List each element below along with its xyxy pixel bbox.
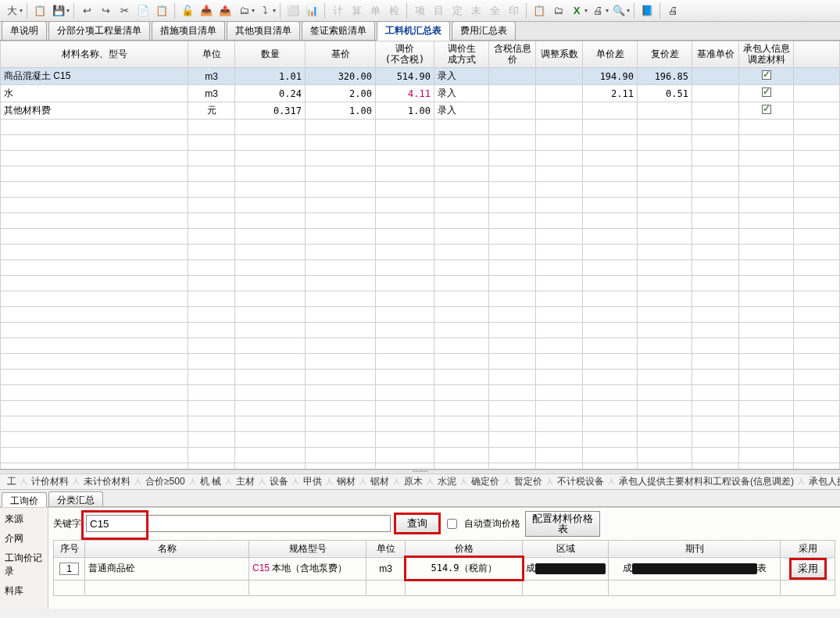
tb-open[interactable]: 📋: [31, 2, 48, 20]
tb-import[interactable]: 📥: [198, 2, 215, 20]
hdr-tax[interactable]: 含税信息 价: [489, 41, 536, 68]
tab-desc[interactable]: 单说明: [2, 21, 47, 40]
table-row[interactable]: [1, 370, 840, 385]
tb-folder[interactable]: 🗂: [235, 2, 252, 20]
table-row[interactable]: [1, 385, 840, 401]
table-row[interactable]: [1, 416, 840, 432]
table-row[interactable]: [1, 229, 840, 245]
tb-printer[interactable]: 🖨: [664, 2, 681, 20]
rh-use[interactable]: 采用: [781, 540, 835, 557]
table-row[interactable]: [1, 432, 840, 448]
hdr-d1[interactable]: 单价差: [583, 41, 638, 68]
table-row[interactable]: [1, 151, 840, 166]
filter-tab[interactable]: 未计价材料: [80, 474, 134, 489]
result-grid[interactable]: 序号 名称 规格型号 单位 价格 区域 期刊 采用 1 普通商品砼 C15 本地…: [53, 540, 835, 596]
tb-help[interactable]: 📘: [638, 2, 656, 20]
side-source[interactable]: 来源: [0, 509, 48, 529]
filter-tab[interactable]: 确定价: [467, 474, 503, 489]
tb-undo[interactable]: ↩: [78, 2, 95, 20]
filter-tab[interactable]: 机 械: [196, 474, 225, 489]
filter-tab[interactable]: 原木: [400, 474, 427, 489]
table-row[interactable]: [1, 276, 840, 291]
table-row[interactable]: [1, 260, 840, 276]
rh-unit[interactable]: 单位: [366, 540, 406, 557]
tab-other[interactable]: 其他项目清单: [227, 21, 300, 40]
tab-material-summary[interactable]: 工料机汇总表: [377, 21, 450, 41]
filter-tab[interactable]: 暂定价: [510, 474, 546, 489]
tb-chart[interactable]: 📊: [303, 2, 320, 20]
tb-down[interactable]: ⤵: [256, 2, 273, 20]
table-row[interactable]: [1, 198, 840, 213]
table-row[interactable]: [1, 401, 840, 416]
side-lib[interactable]: 料库: [0, 581, 48, 601]
table-row[interactable]: 其他材料费元0.3171.001.00录入: [1, 102, 840, 120]
table-row[interactable]: [1, 291, 840, 307]
filter-tab[interactable]: 甲供: [299, 474, 326, 489]
table-row[interactable]: [1, 213, 840, 229]
config-price-button[interactable]: 配置材料价格 表: [525, 511, 600, 537]
hdr-coef[interactable]: 调整系数: [536, 41, 583, 68]
tb-paste[interactable]: 📋: [153, 2, 170, 20]
rh-period[interactable]: 期刊: [609, 540, 781, 557]
filter-tab[interactable]: 工: [3, 474, 20, 489]
filter-tab[interactable]: 承包人提供主要材料和工程设备(信息调差): [615, 474, 798, 489]
hdr-base[interactable]: 基价: [306, 41, 376, 68]
query-button[interactable]: 查询: [395, 514, 439, 533]
tb-find[interactable]: 🔍: [610, 2, 627, 20]
tab-itemized[interactable]: 分部分项工程量清单: [48, 21, 150, 40]
owner-checkbox[interactable]: [762, 105, 771, 114]
rh-name[interactable]: 名称: [85, 540, 249, 557]
table-row[interactable]: [1, 182, 840, 198]
tab-fee-summary[interactable]: 费用汇总表: [452, 21, 516, 40]
keyword-input[interactable]: [86, 515, 391, 532]
tb-list1[interactable]: 📋: [531, 2, 548, 20]
hdr-qty[interactable]: 数量: [235, 41, 306, 68]
adopt-button[interactable]: 采用: [791, 559, 825, 578]
filter-tab[interactable]: 主材: [232, 474, 259, 489]
hdr-name[interactable]: 材料名称、型号: [1, 41, 188, 68]
tb-save[interactable]: 💾: [50, 2, 67, 20]
filter-tab[interactable]: 设备: [266, 474, 292, 489]
hdr-d2[interactable]: 复价差: [638, 41, 692, 68]
tb-export[interactable]: 📤: [216, 2, 234, 20]
filter-tab[interactable]: 合价≥500: [141, 474, 189, 489]
table-row[interactable]: 商品混凝土 C15m31.01320.00514.90录入194.90196.8…: [1, 68, 840, 85]
side-record[interactable]: 工询价记录: [0, 548, 48, 581]
table-row[interactable]: [1, 323, 840, 338]
table-row[interactable]: [1, 166, 840, 182]
result-row[interactable]: 1 普通商品砼 C15 本地（含地泵费） m3 514.9（税前） 成 成表 采…: [54, 557, 835, 580]
side-net[interactable]: 介网: [0, 529, 48, 548]
table-row[interactable]: [1, 354, 840, 370]
table-row[interactable]: [1, 338, 840, 354]
filter-tab[interactable]: 水泥: [434, 474, 460, 489]
owner-checkbox[interactable]: [762, 88, 771, 97]
tab-measure[interactable]: 措施项目清单: [152, 21, 225, 40]
tb-zoom[interactable]: 大: [3, 2, 20, 20]
rh-price[interactable]: 价格: [406, 540, 523, 557]
tb-excel[interactable]: X: [568, 2, 585, 20]
filter-tab[interactable]: 锯材: [366, 474, 393, 489]
rh-num[interactable]: 序号: [54, 540, 85, 557]
filter-tab[interactable]: 钢材: [333, 474, 359, 489]
hdr-unit[interactable]: 单位: [188, 41, 235, 68]
owner-checkbox[interactable]: [762, 70, 771, 80]
rh-spec[interactable]: 规格型号: [249, 540, 366, 557]
hdr-owner[interactable]: 承包人信息 调差材料: [739, 41, 794, 68]
table-row[interactable]: [1, 307, 840, 323]
subtab-category[interactable]: 分类汇总: [48, 491, 103, 506]
tb-print[interactable]: 🖨: [589, 2, 606, 20]
tb-list2[interactable]: 🗂: [549, 2, 567, 20]
tb-redo[interactable]: ↪: [97, 2, 114, 20]
hdr-adj[interactable]: 调价 (不含税): [376, 41, 434, 68]
filter-tab[interactable]: 计价材料: [27, 474, 73, 489]
hdr-gen[interactable]: 调价生 成方式: [434, 41, 489, 68]
filter-tab[interactable]: 承包人提供主要材料: [805, 474, 840, 489]
table-row[interactable]: [1, 120, 840, 135]
table-row[interactable]: 水m30.242.004.11录入2.110.51: [1, 85, 840, 102]
tb-copy[interactable]: 📄: [134, 2, 152, 20]
subtab-query[interactable]: 工询价: [2, 492, 47, 507]
table-row[interactable]: [1, 245, 840, 260]
tb-layout[interactable]: ⬜: [284, 2, 302, 20]
tab-visa[interactable]: 签证索赔清单: [302, 21, 375, 40]
tb-lock[interactable]: 🔓: [179, 2, 196, 20]
